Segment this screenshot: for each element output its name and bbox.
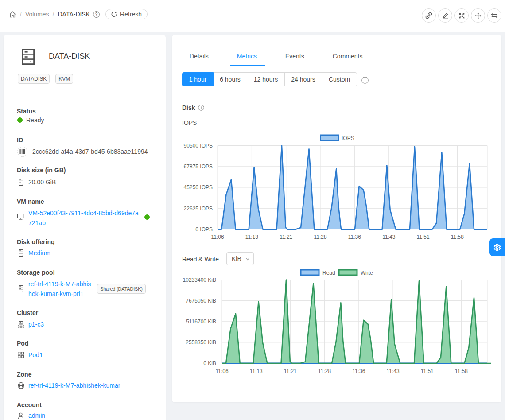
svg-text:11:51: 11:51 xyxy=(421,368,434,374)
svg-text:2558350 KiB: 2558350 KiB xyxy=(186,339,216,346)
svg-text:90500 IOPS: 90500 IOPS xyxy=(184,143,213,149)
svg-text:0 KiB: 0 KiB xyxy=(203,360,216,366)
svg-text:45250 IOPS: 45250 IOPS xyxy=(184,184,213,191)
svg-text:11:21: 11:21 xyxy=(280,234,292,240)
svg-text:11:58: 11:58 xyxy=(455,368,468,374)
svg-text:0 IOPS: 0 IOPS xyxy=(195,226,213,233)
svg-text:Write: Write xyxy=(361,270,373,276)
svg-text:11:13: 11:13 xyxy=(250,368,263,374)
svg-text:22625 IOPS: 22625 IOPS xyxy=(184,206,213,212)
svg-text:11:28: 11:28 xyxy=(314,234,326,240)
svg-text:11:36: 11:36 xyxy=(348,234,361,240)
svg-text:11:58: 11:58 xyxy=(451,234,464,240)
svg-text:11:06: 11:06 xyxy=(215,368,228,374)
svg-text:11:43: 11:43 xyxy=(382,234,395,240)
svg-text:7675050 KiB: 7675050 KiB xyxy=(186,298,216,304)
svg-text:Read: Read xyxy=(322,270,335,276)
svg-text:67875 IOPS: 67875 IOPS xyxy=(184,163,213,170)
svg-text:11:36: 11:36 xyxy=(352,368,365,374)
svg-text:11:13: 11:13 xyxy=(245,234,258,240)
svg-text:11:43: 11:43 xyxy=(386,368,399,374)
svg-text:11:28: 11:28 xyxy=(318,368,331,374)
svg-text:5116700 KiB: 5116700 KiB xyxy=(186,319,216,325)
svg-text:11:21: 11:21 xyxy=(284,368,297,374)
svg-text:11:51: 11:51 xyxy=(417,234,430,240)
svg-text:IOPS: IOPS xyxy=(342,135,354,141)
svg-text:10233400 KiB: 10233400 KiB xyxy=(183,277,216,283)
svg-text:11:06: 11:06 xyxy=(211,234,224,240)
svg-text:?: ? xyxy=(95,12,98,17)
